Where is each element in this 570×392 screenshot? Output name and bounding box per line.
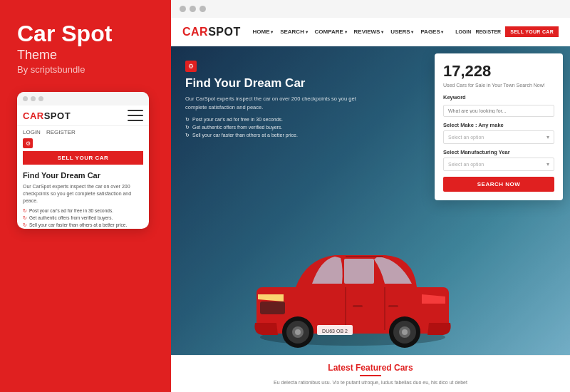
mobile-sell-button[interactable]: SELL YOUR CAR <box>23 151 143 165</box>
desktop-logo-spot: SPOT <box>208 26 241 38</box>
search-keyword-label: Keyword <box>443 94 554 100</box>
hero-bullet-icon-1: ↻ <box>185 117 190 123</box>
app-subtitle: Theme <box>17 48 154 63</box>
right-panel: CARSPOT HOME SEARCH COMPARE REVIEWS USER… <box>171 0 570 392</box>
mobile-navbar: CARSPOT <box>17 105 149 126</box>
mobile-dot-2 <box>31 96 36 101</box>
nav-compare[interactable]: COMPARE <box>315 29 347 35</box>
search-year-select[interactable]: Select an option ▾ <box>443 158 554 171</box>
desktop-logo-car: CAR <box>182 26 208 38</box>
search-now-button[interactable]: SEARCH NOW <box>443 177 554 192</box>
mobile-mockup: CARSPOT LOGIN REGISTER ⚙ SELL YOUR CAR F… <box>17 92 149 229</box>
svg-point-13 <box>402 329 408 335</box>
desktop-register-link[interactable]: REGISTER <box>475 29 501 34</box>
hero-bullet-text-2: Get authentic offers from verified buyer… <box>192 125 282 130</box>
mobile-bullet-text-1: Post your car's ad for free in 30 second… <box>29 208 113 213</box>
search-make-placeholder: Select an option <box>448 135 484 140</box>
mobile-dot-1 <box>23 96 28 101</box>
svg-rect-2 <box>344 259 374 284</box>
desktop-hero: ⚙ Find Your Dream Car Our CarSpot expert… <box>171 46 570 355</box>
mobile-bullet-icon-1: ↻ <box>23 208 27 214</box>
search-make-select[interactable]: Select an option ▾ <box>443 130 554 144</box>
featured-section: Latest Featured Cars Eu delecta rationib… <box>171 355 570 392</box>
left-panel: Car Spot Theme By scriptsbundle CARSPOT … <box>0 0 171 392</box>
search-year-placeholder: Select an option <box>448 162 484 167</box>
mobile-bullet-1: ↻ Post your car's ad for free in 30 seco… <box>17 207 149 215</box>
featured-title-colored: Featured <box>356 363 392 373</box>
chevron-down-icon: ▾ <box>546 134 549 140</box>
svg-point-9 <box>295 329 301 335</box>
mobile-login-link[interactable]: LOGIN <box>23 129 41 135</box>
hero-title: Find Your Dream Car <box>185 76 356 91</box>
mobile-top-bar <box>17 92 149 105</box>
nav-home[interactable]: HOME <box>252 29 273 35</box>
hero-bullet-3: ↻ Sell your car faster than others at a … <box>185 133 356 138</box>
mobile-bullet-icon-3: ↻ <box>23 222 27 228</box>
mobile-bullet-3: ↻ Sell your car faster than others at a … <box>17 222 149 229</box>
mobile-gear-row: ⚙ <box>17 138 149 151</box>
search-keyword-input[interactable] <box>443 105 554 117</box>
mobile-bullet-icon-2: ↻ <box>23 215 27 221</box>
hero-content: ⚙ Find Your Dream Car Our CarSpot expert… <box>185 61 356 140</box>
left-header: Car Spot Theme By scriptsbundle <box>17 21 154 75</box>
desktop-navbar: CARSPOT HOME SEARCH COMPARE REVIEWS USER… <box>171 18 570 46</box>
hero-desc: Our CarSpot experts inspect the car on o… <box>185 95 356 111</box>
nav-pages[interactable]: PAGES <box>420 29 443 35</box>
desktop-login-link[interactable]: LOGIN <box>455 29 471 34</box>
svg-text:DU63 OB 2: DU63 OB 2 <box>322 329 348 334</box>
desktop-sell-button[interactable]: SELL YOUR CAR <box>505 26 559 37</box>
svg-rect-5 <box>260 301 285 314</box>
search-make-label: Select Make : Any make <box>443 122 554 128</box>
hero-bullet-1: ↻ Post your car's ad for free in 30 seco… <box>185 117 356 123</box>
nav-users[interactable]: USERS <box>390 29 413 35</box>
desktop-dot-1 <box>180 6 186 12</box>
nav-reviews[interactable]: REVIEWS <box>354 29 384 35</box>
desktop-top-bar <box>171 0 570 18</box>
mobile-logo: CARSPOT <box>23 110 71 121</box>
mobile-gear-icon: ⚙ <box>23 138 33 148</box>
svg-rect-17 <box>388 305 398 307</box>
mobile-register-link[interactable]: REGISTER <box>46 129 76 135</box>
desktop-logo: CARSPOT <box>182 26 241 38</box>
hero-bullet-icon-2: ↻ <box>185 125 190 130</box>
desktop-dot-3 <box>200 6 206 12</box>
search-count: 17,228 <box>443 62 554 81</box>
app-by: By scriptsbundle <box>17 64 154 75</box>
hero-gear-icon: ⚙ <box>185 61 197 72</box>
app-title: Car Spot <box>17 21 154 46</box>
nav-search[interactable]: SEARCH <box>280 29 307 35</box>
mobile-hero-title: Find Your Dream Car <box>17 167 149 183</box>
hero-bullet-icon-3: ↻ <box>185 133 190 138</box>
mobile-logo-car: CAR <box>23 110 44 121</box>
mobile-hamburger-icon[interactable] <box>128 110 143 121</box>
search-count-label: Used Cars for Sale in Your Town Search N… <box>443 82 554 88</box>
hero-bullet-text-3: Sell your car faster than others at a be… <box>192 133 298 138</box>
featured-desc: Eu delecta rationibus usu. Vix te putant… <box>178 380 563 385</box>
featured-title-suffix: Cars <box>392 363 413 373</box>
featured-title: Latest Featured Cars <box>178 363 563 373</box>
mobile-login-row: LOGIN REGISTER <box>17 126 149 138</box>
featured-divider <box>360 375 381 376</box>
mobile-dot-3 <box>38 96 43 101</box>
hero-car-image: DU63 OB 2 <box>242 220 463 348</box>
featured-title-prefix: Latest <box>328 363 356 373</box>
mobile-bullet-2: ↻ Get authentic offers from verified buy… <box>17 215 149 222</box>
mobile-bullet-text-3: Sell your car faster than others at a be… <box>29 222 127 227</box>
hero-bullet-text-1: Post your car's ad for free in 30 second… <box>192 117 283 122</box>
desktop-mockup: CARSPOT HOME SEARCH COMPARE REVIEWS USER… <box>171 0 570 392</box>
mobile-bullet-text-2: Get authentic offers from verified buyer… <box>29 215 113 220</box>
search-year-label: Select Manufacturing Year <box>443 149 554 155</box>
desktop-dot-2 <box>190 6 196 12</box>
mobile-hero-desc: Our CarSpot experts inspect the car on o… <box>17 183 149 207</box>
hero-bullet-2: ↻ Get authentic offers from verified buy… <box>185 125 356 130</box>
desktop-nav-actions: LOGIN REGISTER SELL YOUR CAR <box>455 26 559 37</box>
mobile-logo-spot: SPOT <box>44 110 71 121</box>
svg-rect-16 <box>353 305 363 307</box>
search-widget: 17,228 Used Cars for Sale in Your Town S… <box>435 53 563 200</box>
chevron-down-icon-2: ▾ <box>546 161 549 167</box>
desktop-nav-links: HOME SEARCH COMPARE REVIEWS USERS PAGES <box>252 29 443 35</box>
